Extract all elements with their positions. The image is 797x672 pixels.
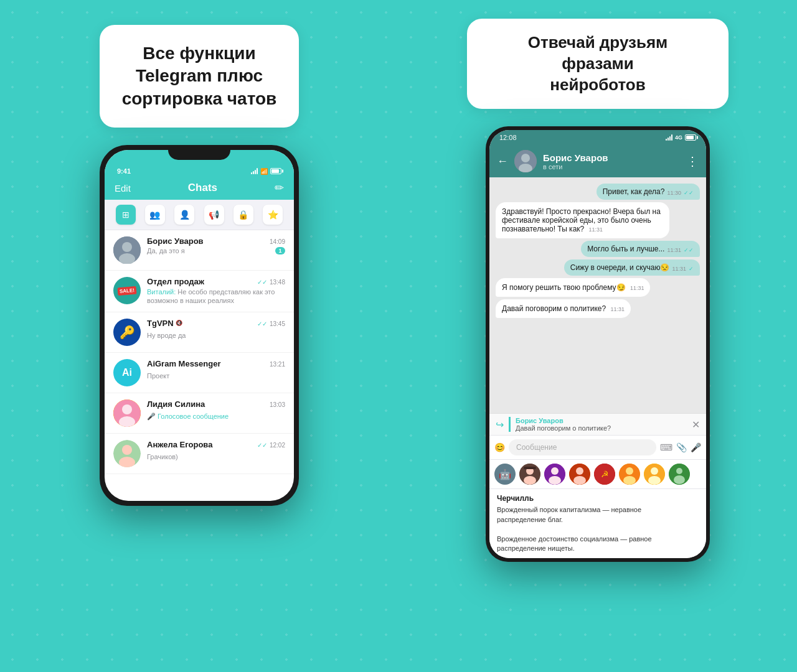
more-button[interactable]: ⋮ [686, 154, 699, 169]
compose-button[interactable]: ✏ [275, 181, 284, 195]
chat-header-boris: Борис Уваров 14:09 [147, 236, 285, 246]
bubble-time-2: 11:31 [667, 247, 681, 253]
filter-groups[interactable]: 👥 [145, 205, 165, 225]
attach-icon[interactable]: 📎 [676, 442, 687, 452]
chat-header-angela: Анжела Егорова ✓✓ 12:02 [147, 440, 285, 449]
battery-icon [270, 168, 281, 174]
contact-info: Борис Уваров в сети [543, 152, 680, 170]
chat-item-tgvpn[interactable]: 🔑 TgVPN 🔇 ✓✓ 13:45 Ну вро [105, 312, 294, 353]
svg-point-14 [524, 476, 536, 485]
bot-avatar-5[interactable] [619, 464, 640, 485]
input-bar: 😊 Сообщение ⌨ 📎 🎤 [489, 435, 706, 459]
nav-edit-button[interactable]: Edit [115, 183, 131, 194]
chat-header-sales: Отдел продаж ✓✓ 13:48 [147, 277, 285, 286]
filter-contacts[interactable]: 👤 [174, 205, 194, 225]
bubble-text-in-3: Давай поговорим о политике? [502, 304, 606, 313]
bubble-text-1: Привет, как дела? [603, 187, 665, 196]
chat-avatar-sales: SALE! [113, 277, 141, 304]
wifi-icon: 📶 [260, 168, 268, 175]
check-vpn: ✓✓ [257, 320, 267, 327]
bubble-time-in-3: 11:31 [610, 306, 625, 312]
chat-avatar-lidia [113, 399, 141, 427]
bot-row: 🤖 [489, 459, 706, 488]
svg-point-26 [623, 476, 636, 485]
chat-preview-boris: Да, да это я [147, 247, 185, 254]
msg-out-3: Сижу в очереди, и скучаю😒 11:31 ✓ [496, 259, 700, 276]
quote-text: Врожденный порок капитализма — неравное … [497, 505, 699, 553]
nav-title: Chats [188, 182, 217, 194]
bubble-text-3: Сижу в очереди, и скучаю😒 [570, 263, 670, 272]
chat-item-angela[interactable]: Анжела Егорова ✓✓ 12:02 Грачиков) [105, 434, 294, 474]
input-placeholder: Сообщение [516, 443, 557, 452]
left-phone: 9:41 📶 Edit Chats ✏ [100, 145, 299, 506]
android-signal [666, 134, 672, 141]
android-time: 12:08 [499, 134, 517, 141]
bubble-check-3: ✓ [689, 266, 694, 272]
contact-avatar [514, 150, 537, 172]
chat-name-aigram: AiGram Messenger [147, 359, 221, 368]
android-network: 4G [675, 134, 682, 141]
bubble-time-in-1: 11:31 [589, 226, 603, 233]
msg-in-1: Здравствуй! Просто прекрасно! Вчера был … [496, 202, 669, 238]
filter-all[interactable]: ⊞ [116, 205, 136, 225]
left-panel: Все функции Telegram плюс сортировка чат… [0, 0, 398, 672]
chat-avatar-aigram: Ai [113, 359, 141, 386]
svg-point-32 [674, 475, 685, 484]
chat-item-boris[interactable]: Борис Уваров 14:09 Да, да это я 1 [105, 230, 294, 271]
chat-item-lidia[interactable]: Лидия Силина 13:03 🎤 Голосовое сообщение [105, 393, 294, 434]
bubble-check-2: ✓✓ [684, 247, 694, 253]
chat-item-aigram[interactable]: Ai AiGram Messenger 13:21 Проект [105, 353, 294, 393]
svg-point-31 [676, 468, 682, 474]
bot-avatar-6[interactable] [644, 464, 665, 485]
chat-time-sales: 13:48 [270, 279, 285, 286]
filter-starred[interactable]: ⭐ [263, 205, 283, 225]
svg-point-20 [576, 467, 583, 475]
msg-in-2: Я помогу решить твою проблему😏 11:31 [496, 278, 650, 297]
bot-avatar-1[interactable] [519, 464, 540, 485]
message-input-area[interactable]: Сообщение [509, 439, 656, 455]
phone-screen-left: 9:41 📶 Edit Chats ✏ [105, 150, 294, 501]
chat-name-boris: Борис Уваров [147, 236, 204, 246]
bubble-check-1: ✓✓ [684, 190, 694, 196]
chat-time-aigram: 13:21 [270, 361, 285, 368]
chat-avatar-angela [113, 440, 141, 467]
mic-icon[interactable]: 🎤 [691, 442, 701, 452]
chat-list: Борис Уваров 14:09 Да, да это я 1 SALE! [105, 230, 294, 474]
svg-point-25 [626, 467, 633, 475]
chat-header-vpn: TgVPN 🔇 ✓✓ 13:45 [147, 319, 285, 328]
person-avatar-svg [113, 236, 141, 264]
android-battery [685, 134, 696, 141]
chat-name-angela: Анжела Егорова [147, 440, 212, 449]
svg-point-18 [549, 476, 561, 485]
back-button[interactable]: ← [497, 155, 508, 168]
bubble-out-1: Привет, как дела? 11:30 ✓✓ [597, 184, 700, 200]
svg-point-10 [521, 154, 530, 162]
chat-name-vpn: TgVPN [147, 319, 174, 328]
angela-avatar-svg [113, 440, 141, 467]
android-status-icons: 4G [666, 134, 696, 141]
filter-channels[interactable]: 📢 [204, 205, 224, 225]
quote-area: Черчилль Врожденный порок капитализма — … [489, 488, 706, 558]
chat-content-vpn: TgVPN 🔇 ✓✓ 13:45 Ну вроде да [147, 319, 285, 340]
chat-item-sales[interactable]: SALE! Отдел продаж ✓✓ 13:48 Виталий: Не … [105, 271, 294, 312]
bot-avatar-4[interactable]: ☭ [594, 464, 615, 485]
emoji-icon[interactable]: 😊 [494, 442, 505, 452]
svg-point-29 [648, 476, 661, 485]
chat-time-lidia: 13:03 [270, 401, 285, 408]
right-headline: Отвечай друзьям фразами нейроботов [467, 19, 729, 109]
left-headline: Все функции Telegram плюс сортировка чат… [100, 25, 299, 128]
right-panel: Отвечай друзьям фразами нейроботов 12:08… [398, 0, 797, 672]
reply-close-button[interactable]: ✕ [692, 419, 700, 431]
svg-rect-15 [524, 467, 536, 469]
bot-icon-settings[interactable]: 🤖 [494, 464, 516, 485]
bot-avatar-2[interactable] [544, 464, 565, 485]
keyboard-icon[interactable]: ⌨ [660, 442, 672, 452]
filter-locked[interactable]: 🔒 [233, 205, 253, 225]
signal-bars [251, 168, 258, 174]
left-headline-text: Все функции Telegram плюс сортировка чат… [122, 44, 277, 108]
msg-out-2: Могло быть и лучше... 11:31 ✓✓ [496, 241, 700, 257]
bot-avatar-3[interactable] [569, 464, 590, 485]
svg-point-4 [122, 404, 132, 414]
chat-preview-vpn: Ну вроде да [147, 332, 186, 339]
bot-avatar-7[interactable] [669, 464, 690, 485]
